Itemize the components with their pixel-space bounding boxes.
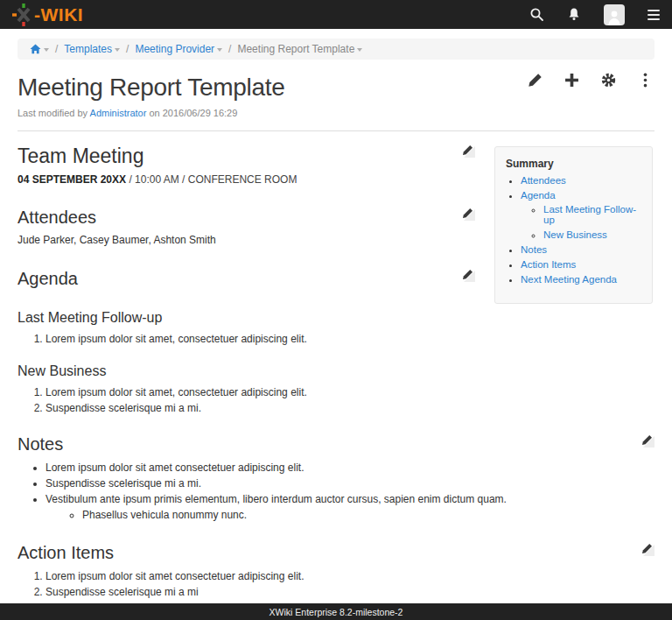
section-edit-pencil-icon[interactable] <box>462 208 475 221</box>
more-options-kebab-icon[interactable] <box>635 70 654 89</box>
page-actions <box>525 70 654 89</box>
breadcrumb-item-meeting-provider[interactable]: Meeting Provider <box>135 43 222 55</box>
toc-item: Attendees <box>521 175 643 186</box>
create-button[interactable] <box>562 70 581 89</box>
list-item: Suspendisse scelerisque mi a mi <box>46 586 654 598</box>
user-avatar[interactable] <box>604 4 625 25</box>
breadcrumb-separator: / <box>228 43 231 55</box>
list-item: Vestibulum ante ipsum primis elementum, … <box>46 493 654 521</box>
summary-panel: Summary Attendees Agenda Last Meeting Fo… <box>494 146 653 304</box>
toc-link-next-meeting[interactable]: Next Meeting Agenda <box>521 274 617 285</box>
chevron-down-icon <box>115 48 120 52</box>
new-business-list: Lorem ipsum dolor sit amet, consectetuer… <box>18 386 654 414</box>
list-subitem: Phasellus vehicula nonummy nunc. <box>82 509 654 521</box>
breadcrumb-current-label: Meeting Report Template <box>237 43 354 55</box>
section-edit-pencil-icon[interactable] <box>641 434 654 447</box>
toc-item: Last Meeting Follow-up <box>543 204 643 225</box>
section-edit-pencil-icon[interactable] <box>641 543 654 556</box>
toc-link-new-business[interactable]: New Business <box>543 229 607 240</box>
settings-gear-icon[interactable] <box>598 70 618 89</box>
home-icon <box>30 44 41 54</box>
notifications-bell-icon[interactable] <box>567 7 581 22</box>
toc-item: Next Meeting Agenda <box>521 274 643 285</box>
section-title: Team Meeting <box>18 144 144 168</box>
section-edit-pencil-icon[interactable] <box>462 144 475 158</box>
meeting-details: / 10:00 AM / CONFERENCE ROOM <box>126 173 297 186</box>
section-new-business: New Business <box>18 363 654 379</box>
toc-link-attendees[interactable]: Attendees <box>521 175 566 186</box>
hamburger-menu-icon[interactable] <box>648 10 660 20</box>
modified-prefix: Last modified by <box>18 108 88 118</box>
attendee-names: Jude Parker, Casey Baumer, Ashton Smith <box>18 234 475 246</box>
chevron-down-icon <box>357 48 362 52</box>
xwiki-logo[interactable]: -WIKI <box>12 4 83 26</box>
section-attendees: Attendees <box>18 208 475 228</box>
meeting-meta-line: 04 SEPTEMBER 20XX / 10:00 AM / CONFERENC… <box>18 173 475 186</box>
toc-link-action-items[interactable]: Action Items <box>521 259 576 270</box>
breadcrumb-link[interactable]: Templates <box>64 43 112 55</box>
breadcrumb-home[interactable] <box>30 44 49 54</box>
list-item: Suspendisse scelerisque mi a mi. <box>46 402 654 414</box>
toc-link-agenda[interactable]: Agenda <box>521 190 556 201</box>
list-item: Lorem ipsum dolor sit amet, consectetuer… <box>46 386 654 398</box>
toc-item: Notes <box>521 244 643 255</box>
section-title: Notes <box>18 434 63 454</box>
chevron-down-icon <box>44 48 49 52</box>
toc-item: Action Items <box>521 259 643 270</box>
modified-user-link[interactable]: Administrator <box>90 108 147 118</box>
breadcrumb-item-current[interactable]: Meeting Report Template <box>237 43 362 55</box>
modified-date: on 2016/06/29 16:29 <box>149 108 237 118</box>
breadcrumb-item-templates[interactable]: Templates <box>64 43 120 55</box>
xwiki-logo-text: -WIKI <box>34 5 83 24</box>
breadcrumb-separator: / <box>55 43 58 55</box>
section-agenda: Agenda <box>18 269 475 289</box>
section-edit-pencil-icon[interactable] <box>462 269 475 282</box>
follow-up-list: Lorem ipsum dolor sit amet, consectetuer… <box>18 333 654 345</box>
toc-item: Agenda Last Meeting Follow-up New Busine… <box>521 190 643 240</box>
toc-link-follow-up[interactable]: Last Meeting Follow-up <box>543 204 636 225</box>
page-header: Meeting Report Template Last modified by… <box>0 60 672 118</box>
content-left-column: Team Meeting 04 SEPTEMBER 20XX / 10:00 A… <box>18 144 475 289</box>
xwiki-x-icon <box>12 4 35 26</box>
meeting-date: 04 SEPTEMBER 20XX <box>18 173 126 186</box>
list-item: Lorem ipsum dolor sit amet consectetuer … <box>46 461 654 474</box>
chevron-down-icon <box>217 48 222 52</box>
breadcrumb: / Templates / Meeting Provider / Meeting… <box>18 39 654 60</box>
list-item-text: Vestibulum ante ipsum primis elementum, … <box>46 493 507 505</box>
section-team-meeting: Team Meeting <box>18 144 475 168</box>
notes-list: Lorem ipsum dolor sit amet consectetuer … <box>18 461 654 521</box>
edit-button[interactable] <box>525 70 544 89</box>
action-items-list: Lorem ipsum dolor sit amet consectetuer … <box>18 570 654 598</box>
section-notes: Notes <box>18 434 654 454</box>
breadcrumb-separator: / <box>126 43 129 55</box>
list-item: Lorem ipsum dolor sit amet consectetuer … <box>46 570 654 582</box>
section-title: Attendees <box>18 208 96 228</box>
version-footer-bar: XWiki Enterprise 8.2-milestone-2 <box>0 603 672 620</box>
last-modified-line: Last modified by Administrator on 2016/0… <box>18 108 654 118</box>
section-title: Agenda <box>18 269 78 289</box>
section-action-items: Action Items <box>18 543 654 563</box>
search-icon[interactable] <box>529 7 544 22</box>
breadcrumb-link[interactable]: Meeting Provider <box>135 43 214 55</box>
top-navbar: -WIKI <box>0 0 672 29</box>
summary-title: Summary <box>506 158 643 170</box>
toc-item: New Business <box>543 229 643 240</box>
toc-link-notes[interactable]: Notes <box>521 244 547 255</box>
list-item: Lorem ipsum dolor sit amet, consectetuer… <box>46 333 654 345</box>
section-title: Action Items <box>18 543 114 563</box>
document-content: Summary Attendees Agenda Last Meeting Fo… <box>0 131 672 620</box>
list-item: Suspendisse scelerisque mi a mi. <box>46 477 654 490</box>
section-last-meeting-follow-up: Last Meeting Follow-up <box>18 310 654 326</box>
version-label: XWiki Enterprise 8.2-milestone-2 <box>270 607 403 617</box>
